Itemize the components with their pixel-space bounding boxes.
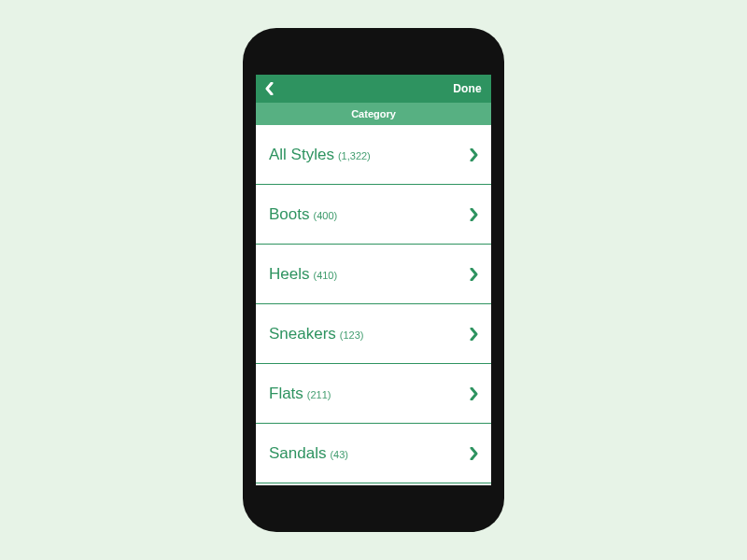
navbar: Done	[256, 75, 491, 103]
list-item-count: (43)	[330, 449, 348, 460]
chevron-left-icon	[265, 82, 275, 95]
list-item[interactable]: Climbing Shoes	[256, 483, 491, 485]
phone-frame: Done Category All Styles (1,322) Boots (…	[243, 28, 504, 532]
list-item-count: (1,322)	[338, 150, 371, 161]
chevron-right-icon	[469, 268, 478, 281]
list-item-name: Heels	[269, 265, 309, 284]
list-item[interactable]: Flats (211)	[256, 364, 491, 424]
back-button[interactable]	[265, 82, 275, 95]
category-list: All Styles (1,322) Boots (400) Heels	[256, 125, 491, 485]
list-item-count: (123)	[340, 329, 364, 341]
subheader: Category	[256, 103, 491, 125]
list-item-name: Boots	[269, 205, 309, 224]
list-item-name: All Styles	[269, 146, 334, 164]
chevron-right-icon	[469, 447, 478, 460]
screen: Done Category All Styles (1,322) Boots (…	[256, 75, 491, 485]
chevron-right-icon	[469, 328, 478, 341]
list-item[interactable]: Sneakers (123)	[256, 304, 491, 364]
list-item[interactable]: Sandals (43)	[256, 424, 491, 483]
list-item[interactable]: All Styles (1,322)	[256, 125, 491, 185]
list-item-name: Flats	[269, 385, 303, 403]
list-item-name: Sandals	[269, 444, 326, 463]
list-item[interactable]: Boots (400)	[256, 185, 491, 245]
list-item[interactable]: Heels (410)	[256, 245, 491, 304]
chevron-right-icon	[469, 148, 478, 161]
list-item-count: (211)	[307, 389, 331, 400]
list-item-name: Sneakers	[269, 325, 336, 343]
subheader-title: Category	[351, 108, 396, 119]
list-item-count: (410)	[313, 270, 337, 281]
chevron-right-icon	[469, 387, 478, 400]
chevron-right-icon	[469, 208, 478, 221]
done-button[interactable]: Done	[453, 82, 482, 95]
list-item-count: (400)	[313, 210, 337, 221]
